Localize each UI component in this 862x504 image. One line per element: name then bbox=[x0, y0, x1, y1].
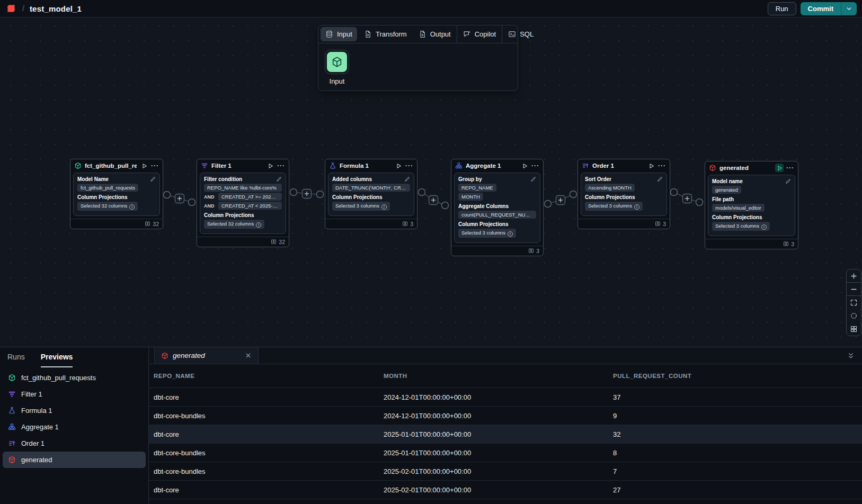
column-count: 3 bbox=[663, 221, 666, 227]
column-header-repo-name[interactable]: REPO_NAME bbox=[154, 373, 384, 379]
tab-runs[interactable]: Runs bbox=[7, 353, 25, 367]
edit-icon[interactable] bbox=[276, 176, 282, 182]
node-play-button[interactable] bbox=[520, 161, 529, 170]
table-row[interactable]: dbt-core 2025-02-01T00:00:00+00:00 27 bbox=[149, 481, 862, 499]
columns-icon bbox=[783, 241, 789, 247]
node-title: Aggregate 1 bbox=[466, 163, 517, 169]
node-generated[interactable]: generated ··· Model name generated File … bbox=[705, 161, 798, 249]
zoom-in-button[interactable] bbox=[847, 269, 861, 283]
copilot-icon bbox=[463, 30, 471, 38]
node-play-button[interactable] bbox=[140, 161, 148, 170]
cell-pull-request-count: 7 bbox=[613, 467, 862, 475]
fit-view-button[interactable] bbox=[847, 296, 861, 309]
node-config-card[interactable]: Sort Order Ascending MONTH Column Projec… bbox=[581, 173, 667, 216]
node-menu-button[interactable]: ··· bbox=[531, 164, 539, 168]
columns-icon bbox=[402, 221, 408, 227]
value-chip: REPO_NAME bbox=[458, 184, 496, 192]
node-config-card[interactable]: Filter condition REPO_NAME like %dbt-cor… bbox=[200, 173, 286, 234]
preview-tab-generated[interactable]: generated bbox=[154, 347, 259, 364]
table-row[interactable]: dbt-core 2024-12-01T00:00:00+00:00 37 bbox=[149, 388, 862, 407]
edit-icon[interactable] bbox=[785, 178, 791, 184]
list-item-label: Aggregate 1 bbox=[21, 423, 59, 431]
node-play-button[interactable] bbox=[266, 161, 274, 170]
columns-icon bbox=[655, 221, 661, 227]
node-order-1[interactable]: Order 1 ··· Sort Order Ascending MONTH C… bbox=[577, 159, 670, 229]
info-icon: i bbox=[256, 222, 261, 228]
palette-input-item[interactable]: Input bbox=[325, 50, 349, 85]
node-config-card[interactable]: Model name generated File path models/vi… bbox=[708, 175, 795, 236]
cell-pull-request-count: 27 bbox=[613, 486, 862, 494]
list-item-filter-1[interactable]: Filter 1 bbox=[3, 386, 146, 402]
tab-transform[interactable]: Transform bbox=[358, 25, 413, 43]
collapse-panel-button[interactable] bbox=[847, 352, 855, 359]
commit-button-group: Commit bbox=[801, 2, 857, 15]
field-label: Column Projections bbox=[712, 214, 791, 220]
node-aggregate-1[interactable]: Aggregate 1 ··· Group by REPO_NAME MONTH… bbox=[451, 159, 544, 256]
columns-icon bbox=[271, 239, 277, 245]
run-button[interactable]: Run bbox=[768, 2, 796, 15]
node-config-card[interactable]: Added columns DATE_TRUNC('MONTH', CREATE… bbox=[328, 173, 414, 216]
chevron-down-icon bbox=[846, 5, 852, 12]
column-count: 3 bbox=[536, 248, 539, 254]
node-fct-github-pull-requests[interactable]: fct_github_pull_requests ··· Model Name … bbox=[70, 159, 163, 229]
dag-canvas[interactable]: Input Transform Output Copilot SQL bbox=[0, 17, 862, 347]
table-row[interactable]: dbt-core-bundles 2025-01-01T00:00:00+00:… bbox=[149, 444, 862, 462]
edit-icon[interactable] bbox=[530, 176, 536, 182]
node-config-card[interactable]: Model Name fct_github_pull_requests Colu… bbox=[73, 173, 160, 216]
column-count: 3 bbox=[410, 221, 413, 227]
cell-repo-name: dbt-core-bundles bbox=[154, 449, 384, 457]
commit-button[interactable]: Commit bbox=[801, 2, 841, 15]
node-play-button[interactable] bbox=[394, 161, 403, 170]
node-play-button[interactable] bbox=[775, 164, 784, 172]
list-item-order-1[interactable]: Order 1 bbox=[3, 435, 146, 452]
node-menu-button[interactable]: ··· bbox=[151, 164, 159, 168]
field-label: Column Projections bbox=[204, 212, 282, 218]
list-item-aggregate-1[interactable]: Aggregate 1 bbox=[3, 419, 146, 435]
tab-previews[interactable]: Previews bbox=[41, 353, 73, 367]
field-label: Group by bbox=[458, 176, 536, 182]
zoom-out-button[interactable] bbox=[847, 283, 861, 296]
list-item-fct-github-pull-requests[interactable]: fct_github_pull_requests bbox=[3, 370, 146, 386]
column-header-pull-request-count[interactable]: PULL_REQUEST_COUNT bbox=[613, 373, 862, 379]
node-formula-1[interactable]: Formula 1 ··· Added columns DATE_TRUNC('… bbox=[325, 159, 417, 229]
condition-operator: AND bbox=[204, 194, 216, 200]
node-play-button[interactable] bbox=[647, 161, 655, 170]
field-label: Column Projections bbox=[458, 221, 536, 227]
value-chip: count(PULL_REQUEST_NUMBER) as ... bbox=[458, 211, 536, 219]
cell-month: 2025-02-01T00:00:00+00:00 bbox=[384, 486, 613, 494]
node-menu-button[interactable]: ··· bbox=[658, 164, 666, 168]
node-menu-button[interactable]: ··· bbox=[405, 164, 413, 168]
tab-copilot[interactable]: Copilot bbox=[457, 25, 502, 43]
column-header-month[interactable]: MONTH bbox=[384, 373, 613, 379]
sort-icon bbox=[8, 439, 16, 447]
commit-dropdown-button[interactable] bbox=[841, 2, 857, 15]
edit-icon[interactable] bbox=[150, 176, 156, 182]
tab-sql[interactable]: SQL bbox=[502, 25, 539, 43]
column-count: 32 bbox=[153, 221, 159, 227]
node-menu-button[interactable]: ··· bbox=[277, 164, 285, 168]
edit-icon[interactable] bbox=[404, 176, 410, 182]
value-chip: Selected 32 columnsi bbox=[77, 202, 138, 211]
tab-output[interactable]: Output bbox=[413, 25, 457, 43]
close-tab-button[interactable] bbox=[245, 352, 252, 359]
locate-button[interactable] bbox=[847, 309, 861, 322]
field-label: Added columns bbox=[332, 176, 410, 182]
node-footer: 3 bbox=[705, 239, 798, 249]
node-title: Order 1 bbox=[592, 163, 644, 169]
edit-icon[interactable] bbox=[657, 176, 663, 182]
tab-copilot-label: Copilot bbox=[475, 30, 496, 38]
node-config-card[interactable]: Group by REPO_NAME MONTH Aggregate Colum… bbox=[454, 173, 540, 243]
grid-view-button[interactable] bbox=[847, 322, 861, 336]
tab-input[interactable]: Input bbox=[321, 27, 357, 41]
preview-sidebar: Runs Previews fct_github_pull_requests F… bbox=[0, 347, 149, 504]
list-item-formula-1[interactable]: Formula 1 bbox=[3, 402, 146, 419]
info-icon: i bbox=[381, 204, 387, 210]
node-filter-1[interactable]: Filter 1 ··· Filter condition REPO_NAME … bbox=[197, 159, 289, 247]
table-row-highlighted[interactable]: dbt-core 2025-01-01T00:00:00+00:00 32 bbox=[149, 425, 862, 444]
node-menu-button[interactable]: ··· bbox=[786, 166, 794, 170]
value-chip: Selected 3 columnsi bbox=[332, 202, 390, 211]
preview-result-table: REPO_NAME MONTH PULL_REQUEST_COUNT dbt-c… bbox=[149, 364, 862, 504]
list-item-generated[interactable]: generated bbox=[3, 452, 146, 468]
table-row[interactable]: dbt-core-bundles 2024-12-01T00:00:00+00:… bbox=[149, 407, 862, 425]
table-row[interactable]: dbt-core-bundles 2025-02-01T00:00:00+00:… bbox=[149, 462, 862, 481]
